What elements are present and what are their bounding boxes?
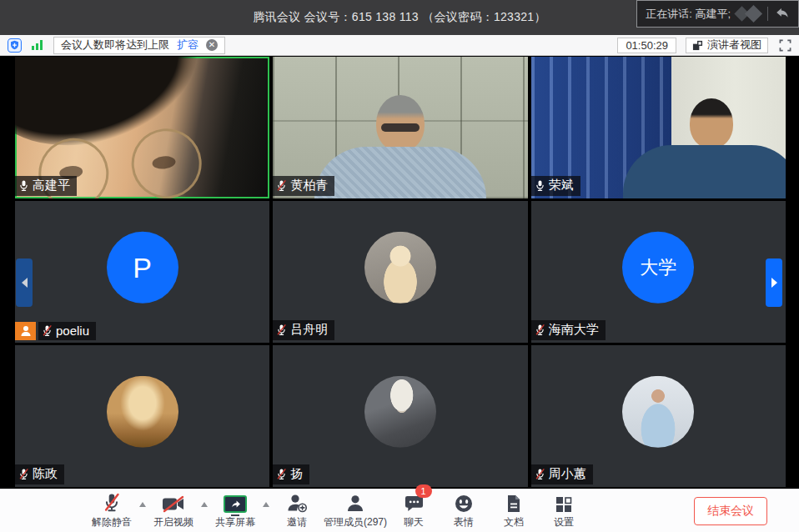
video-tile-gaojianping[interactable]: 高建平 [15,57,269,198]
video-options-caret[interactable] [201,502,208,507]
expand-capacity-link[interactable]: 扩容 [177,38,198,53]
invite-button[interactable]: 邀请 [272,492,322,529]
network-signal-icon[interactable] [31,39,44,51]
chevron-left-icon [22,278,28,288]
participant-name: poeliu [56,324,89,338]
participant-name: 扬 [290,466,303,482]
banner-text: 会议人数即将达到上限 [61,38,169,53]
tool-label: 解除静音 [92,515,132,529]
participant-name: 高建平 [33,178,70,193]
avatar-letter: 大学 [640,255,676,280]
tool-label: 共享屏幕 [215,515,255,529]
start-video-button[interactable]: 开启视频 [148,492,198,529]
meeting-title: 腾讯会议 会议号：615 138 113 （会议密码：123321） [253,10,546,25]
mic-muted-icon [276,324,287,336]
camera-off-icon [162,492,185,513]
video-tile-yang[interactable]: 扬 [273,345,527,487]
settings-grid-icon [555,492,572,513]
avatar [364,376,436,448]
fullscreen-icon[interactable] [779,39,791,52]
settings-button[interactable]: 设置 [539,492,589,529]
tool-label: 聊天 [404,515,424,529]
tool-label: 邀请 [287,515,307,529]
next-page-arrow[interactable] [766,258,782,307]
mic-on-icon [535,179,545,192]
participant-name-badge: 黄柏青 [273,176,334,196]
layout-icon [692,40,703,51]
unmute-button[interactable]: 解除静音 [87,492,137,529]
participant-name: 陈政 [33,466,58,482]
participant-name-badge: 扬 [273,464,309,484]
avatar [622,376,694,448]
security-shield-icon[interactable] [8,38,22,53]
video-tile-huangbaiqing[interactable]: 黄柏青 [273,57,527,198]
capacity-banner: 会议人数即将达到上限 扩容 ✕ [53,37,225,54]
mic-muted-icon [103,492,121,513]
tool-label: 表情 [454,515,474,529]
mic-muted-icon [42,324,53,337]
video-tile-zhouxiaohui[interactable]: 周小蕙 [531,345,786,487]
speaker-avatar-icon [745,5,762,23]
participant-name-badge: 海南大学 [531,320,606,340]
emoji-smiley-icon [455,492,473,513]
tool-label: 开启视频 [153,515,193,529]
participant-name: 黄柏青 [290,178,328,193]
share-screen-icon [224,492,247,513]
video-tile-lvzhouming[interactable]: 吕舟明 [273,201,527,343]
avatar-letter: P [133,251,152,284]
avatar [364,232,436,304]
collapse-back-icon[interactable] [776,8,790,20]
docs-button[interactable]: 文档 [489,492,539,529]
video-grid-area: 高建平 黄柏青 荣斌 [0,56,799,489]
emoji-button[interactable]: 表情 [439,492,489,529]
participant-name-badge: 周小蕙 [531,464,593,484]
video-tile-poeliu[interactable]: P poeliu [15,201,269,343]
participant-name: 吕舟明 [290,322,328,338]
video-tile-chenzheng[interactable]: 陈政 [15,345,269,487]
share-options-caret[interactable] [263,502,269,507]
video-frame [623,145,786,198]
participant-name-badge: 吕舟明 [273,320,334,340]
audio-options-caret[interactable] [139,502,146,507]
view-mode-button[interactable]: 演讲者视图 [686,38,768,53]
meeting-timer: 01:50:29 [617,38,676,53]
chat-unread-badge: 1 [415,484,432,498]
mic-on-icon [18,179,29,192]
mic-muted-icon [535,324,545,336]
video-grid: 高建平 黄柏青 荣斌 [15,57,786,487]
chevron-right-icon [771,278,777,288]
divider [767,7,768,21]
avatar [107,376,178,448]
tool-label: 管理成员(297) [324,515,387,529]
chat-icon: 1 [405,492,424,513]
video-frame [314,147,486,198]
video-frame [690,98,733,148]
status-bar: 会议人数即将达到上限 扩容 ✕ 01:50:29 演讲者视图 [0,35,799,56]
end-meeting-button[interactable]: 结束会议 [694,497,767,525]
video-tile-hainandaxue[interactable]: 大学 海南大学 [531,201,786,343]
chat-button[interactable]: 1 聊天 [389,492,439,529]
participant-name: 周小蕙 [549,466,586,482]
invite-person-icon [286,492,308,513]
avatar: 大学 [622,232,694,304]
tool-label: 文档 [504,515,524,529]
tool-label: 设置 [554,515,574,529]
participant-name-badge: 陈政 [15,464,64,484]
manage-members-button[interactable]: 管理成员(297) [322,492,389,529]
participant-name-badge: 高建平 [15,176,77,196]
banner-close-icon[interactable]: ✕ [206,39,218,51]
document-icon [506,492,521,513]
active-speaker-label: 正在讲话: 高建平; [646,7,731,22]
participant-name-badge: poeliu [15,322,96,340]
active-speaker-indicator: 正在讲话: 高建平; [636,0,799,28]
previous-page-arrow[interactable] [16,258,33,307]
video-tile-rongbin[interactable]: 荣斌 [531,57,786,198]
participant-name: 荣斌 [549,178,574,193]
avatar: P [107,232,178,304]
participant-name: 海南大学 [549,322,599,338]
share-screen-button[interactable]: 共享屏幕 [210,492,260,529]
video-frame [381,123,420,132]
bottom-toolbar: 解除静音 开启视频 共享屏幕 邀请 管理成员(297) 1 [0,489,799,532]
host-badge-icon [15,322,36,340]
mic-muted-icon [276,468,287,480]
